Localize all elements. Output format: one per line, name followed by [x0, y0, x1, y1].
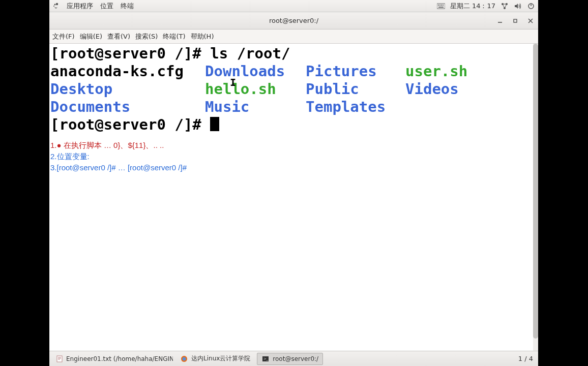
network-icon[interactable] [501, 2, 509, 10]
dir-videos: Videos [405, 80, 537, 98]
menubar: 文件(F) 编辑(E) 查看(V) 搜索(S) 终端(T) 帮助(H) [49, 29, 538, 44]
task-label-3: root@server0:/ [273, 355, 318, 362]
text-caret-icon: I [230, 74, 230, 83]
annotation-2: 2.位置变量: [50, 151, 537, 162]
annotation-3: 3.[root@server0 /]# … [root@server0 /]# [50, 162, 537, 173]
menu-edit[interactable]: 编辑(E) [80, 32, 102, 41]
maximize-button[interactable] [511, 16, 520, 25]
dir-documents: Documents [50, 98, 205, 116]
dir-pictures: Pictures [306, 63, 405, 80]
menu-help[interactable]: 帮助(H) [191, 32, 214, 41]
taskbar-item-engineer[interactable]: Engineer01.txt (/home/haha/ENGIN… [51, 353, 173, 365]
svg-rect-6 [441, 5, 442, 6]
scrollbar-thumb[interactable] [533, 44, 538, 339]
svg-rect-7 [443, 5, 444, 6]
panel-apps[interactable]: 应用程序 [67, 2, 93, 11]
annotation-1: 1.● 在执行脚本 … 0}、${11}、.. .. [50, 140, 537, 151]
taskbar-item-terminal[interactable]: >_ root@server0:/ [257, 353, 323, 365]
text-editor-icon [56, 355, 63, 363]
menu-file[interactable]: 文件(F) [52, 32, 75, 41]
terminal-cursor [210, 117, 219, 131]
panel-datetime[interactable]: 星期二 14：17 [450, 2, 495, 11]
prompt-line-2: [root@server0 /]# [50, 116, 210, 133]
prompt-line-1: [root@server0 /]# [50, 45, 210, 62]
scrollbar[interactable] [533, 44, 538, 351]
gnome-logo-icon [52, 3, 60, 10]
exec-hello-sh: hello.sh [205, 80, 306, 98]
svg-point-0 [56, 3, 58, 5]
keyboard-icon[interactable] [437, 2, 445, 10]
terminal-body[interactable]: [root@server0 /]# ls /root/ anaconda-ks.… [49, 44, 538, 351]
svg-rect-5 [439, 5, 440, 6]
bottom-taskbar: Engineer01.txt (/home/haha/ENGIN… 达内Linu… [49, 351, 538, 366]
terminal-icon: >_ [261, 355, 270, 363]
svg-rect-4 [438, 5, 439, 6]
dir-music: Music [205, 98, 306, 116]
svg-rect-8 [438, 7, 444, 8]
menu-view[interactable]: 查看(V) [107, 32, 130, 41]
window-titlebar: root@server0:/ [49, 12, 538, 29]
file-anaconda: anaconda-ks.cfg [50, 63, 205, 80]
top-panel: 应用程序 位置 终端 星期二 14：17 [49, 0, 538, 12]
ls-output: anaconda-ks.cfg Downloads Pictures user.… [50, 63, 537, 116]
svg-rect-18 [57, 356, 62, 362]
exec-user-sh: user.sh [405, 63, 537, 80]
task-label-2: 达内Linux云计算学院 [191, 354, 250, 363]
dir-desktop: Desktop [50, 80, 205, 98]
firefox-icon [180, 355, 188, 363]
svg-rect-15 [514, 19, 517, 22]
menu-terminal[interactable]: 终端(T) [163, 32, 185, 41]
window-title: root@server0:/ [269, 17, 318, 24]
panel-terminal[interactable]: 终端 [121, 2, 134, 11]
command-ls: ls /root/ [210, 45, 290, 62]
dir-public: Public [306, 80, 405, 98]
svg-point-1 [54, 4, 56, 5]
volume-icon[interactable] [514, 2, 522, 10]
dir-templates: Templates [306, 98, 405, 116]
svg-rect-3 [437, 4, 445, 9]
svg-text:>_: >_ [263, 357, 269, 361]
svg-point-2 [53, 6, 54, 7]
svg-point-23 [183, 357, 186, 360]
close-button[interactable] [526, 16, 535, 25]
task-label-1: Engineer01.txt (/home/haha/ENGIN… [66, 355, 173, 362]
taskbar-item-tarena[interactable]: 达内Linux云计算学院 [175, 353, 255, 365]
minimize-button[interactable] [495, 16, 505, 25]
annotations-block: 1.● 在执行脚本 … 0}、${11}、.. .. 2.位置变量: 3.[ro… [50, 140, 537, 173]
dir-downloads: Downloads [205, 63, 306, 80]
workspace-pager[interactable]: 1 / 4 [513, 355, 538, 362]
panel-places[interactable]: 位置 [100, 2, 113, 11]
menu-search[interactable]: 搜索(S) [135, 32, 158, 41]
power-icon[interactable] [527, 2, 535, 10]
